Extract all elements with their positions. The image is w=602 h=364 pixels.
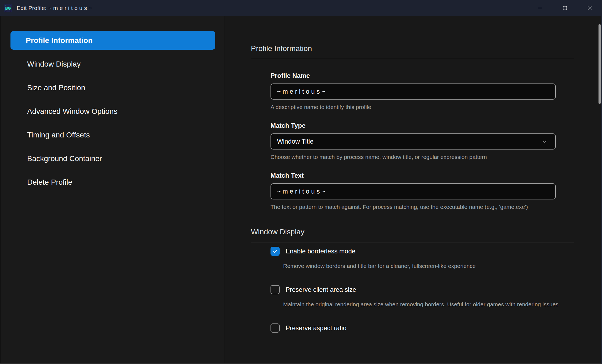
- minimize-button[interactable]: [528, 0, 553, 16]
- profile-name-input[interactable]: [271, 83, 556, 100]
- scrollbar-track[interactable]: [599, 16, 601, 363]
- app-icon-text: BG: [5, 6, 11, 10]
- close-button[interactable]: [577, 0, 602, 16]
- sidebar-item-size-and-position[interactable]: Size and Position: [10, 78, 215, 97]
- enable-borderless-mode-help: Remove window borders and title bar for …: [283, 262, 560, 270]
- sidebar-item-delete-profile[interactable]: Delete Profile: [10, 173, 215, 191]
- section-divider: [251, 242, 574, 242]
- chevron-down-icon: [541, 138, 548, 145]
- sidebar-item-profile-information[interactable]: Profile Information: [10, 31, 215, 50]
- app-window: BG Edit Profile: ~ m e r i t o u s ~ Pro…: [0, 0, 602, 364]
- profile-name-help: A descriptive name to identify this prof…: [271, 104, 556, 111]
- main-content: Profile Information Profile Name A descr…: [224, 16, 601, 363]
- match-type-help: Choose whether to match by process name,…: [271, 154, 556, 161]
- sidebar-item-background-container[interactable]: Background Container: [10, 149, 215, 168]
- minimize-icon: [537, 5, 543, 11]
- preserve-aspect-ratio-checkbox[interactable]: [271, 323, 280, 333]
- preserve-client-area-size-checkbox[interactable]: [271, 285, 280, 294]
- checkbox-row-preserve-client-area-size[interactable]: Preserve client area size: [271, 285, 563, 294]
- match-text-help: The text or pattern to match against. Fo…: [271, 203, 556, 210]
- section-heading-window-display: Window Display: [251, 228, 601, 236]
- match-text-label: Match Text: [271, 172, 556, 179]
- match-type-label: Match Type: [271, 122, 556, 129]
- sidebar-item-advanced-window-options[interactable]: Advanced Window Options: [10, 102, 215, 121]
- match-text-input[interactable]: [271, 183, 556, 199]
- preserve-client-area-size-label: Preserve client area size: [286, 286, 356, 293]
- window-title: Edit Profile: ~ m e r i t o u s ~: [17, 5, 92, 11]
- profile-name-label: Profile Name: [271, 72, 556, 79]
- preserve-aspect-ratio-label: Preserve aspect ratio: [286, 324, 347, 332]
- section-divider: [251, 59, 574, 59]
- match-type-selected-value: Window Title: [277, 138, 313, 145]
- checkbox-row-preserve-aspect-ratio[interactable]: Preserve aspect ratio: [271, 323, 563, 333]
- titlebar: BG Edit Profile: ~ m e r i t o u s ~: [0, 0, 602, 16]
- maximize-icon: [562, 5, 568, 11]
- scrollbar-thumb[interactable]: [599, 24, 601, 104]
- section-heading-profile-information: Profile Information: [251, 44, 601, 53]
- match-type-select[interactable]: Window Title: [271, 133, 556, 150]
- sidebar-item-timing-and-offsets[interactable]: Timing and Offsets: [10, 126, 215, 144]
- enable-borderless-mode-checkbox[interactable]: [271, 247, 280, 256]
- maximize-button[interactable]: [553, 0, 577, 16]
- enable-borderless-mode-label: Enable borderless mode: [286, 247, 355, 255]
- sidebar-item-window-display[interactable]: Window Display: [10, 55, 215, 73]
- checkmark-icon: [272, 248, 278, 254]
- app-icon: BG: [4, 4, 12, 12]
- sidebar: Profile Information Window Display Size …: [0, 16, 224, 363]
- preserve-client-area-size-help: Maintain the original rendering area siz…: [283, 300, 560, 308]
- checkbox-row-enable-borderless-mode[interactable]: Enable borderless mode: [271, 247, 563, 256]
- close-icon: [587, 5, 593, 11]
